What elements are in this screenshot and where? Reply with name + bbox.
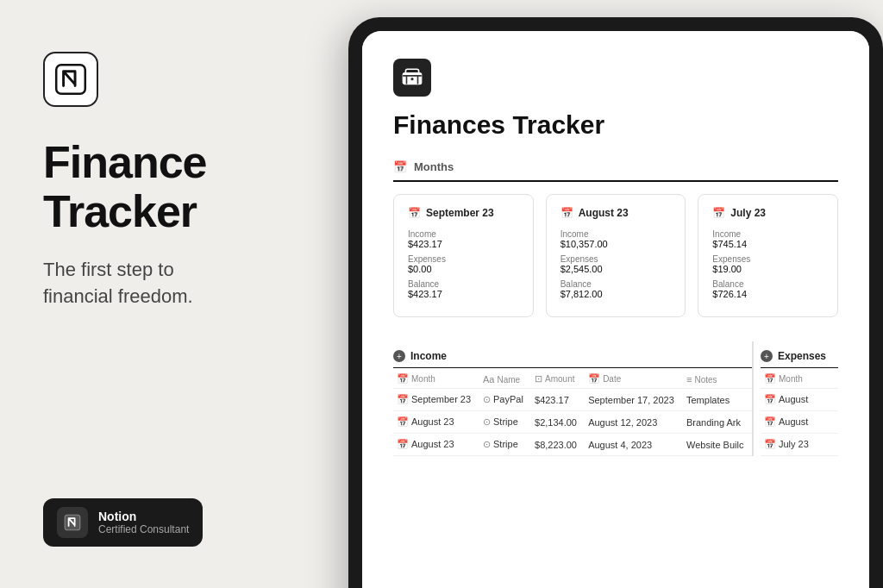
income-row3-notes: Website Builc bbox=[683, 434, 752, 456]
badge-text: Notion Certified Consultant bbox=[98, 510, 189, 535]
jul-expenses: Expenses $19.00 bbox=[712, 254, 824, 274]
income-table-pane: + Income 📅Month AaName ⊡Amount 📅Date bbox=[393, 341, 752, 456]
income-add-icon[interactable]: + bbox=[393, 350, 405, 362]
aug-expenses: Expenses $2,545.00 bbox=[560, 254, 672, 274]
left-panel: Finance Tracker The first step tofinanci… bbox=[0, 0, 348, 588]
months-cards: 📅 September 23 Income $423.17 Expenses $… bbox=[393, 194, 838, 317]
month-card-jul: 📅 July 23 Income $745.14 Expenses $19.00 bbox=[698, 194, 838, 317]
tablet-mockup: Finances Tracker 📅 Months 📅 September 23 bbox=[348, 17, 883, 588]
app-subtitle: The first step tofinancial freedom. bbox=[43, 257, 305, 310]
income-row2-date: August 12, 2023 bbox=[585, 411, 683, 434]
expenses-row3-month: 📅July 23 bbox=[761, 434, 838, 456]
sep-income: Income $423.17 bbox=[408, 229, 519, 249]
badge-logo-icon bbox=[57, 507, 88, 538]
right-panel: Finances Tracker 📅 Months 📅 September 23 bbox=[348, 0, 883, 588]
expenses-row-1: 📅August bbox=[761, 389, 838, 411]
income-row2-amount: $2,134.00 bbox=[531, 411, 585, 434]
aug-income: Income $10,357.00 bbox=[560, 229, 672, 249]
income-table: 📅Month AaName ⊡Amount 📅Date ≡Notes bbox=[393, 368, 752, 456]
certified-badge: Notion Certified Consultant bbox=[43, 498, 203, 547]
income-row1-amount: $423.17 bbox=[531, 389, 585, 411]
notion-logo-icon bbox=[43, 52, 98, 107]
income-row1-name: ⊙PayPal bbox=[479, 389, 531, 411]
expenses-add-icon[interactable]: + bbox=[761, 350, 773, 362]
page-title: Finances Tracker bbox=[393, 110, 838, 140]
notion-content: Finances Tracker 📅 Months 📅 September 23 bbox=[362, 31, 869, 588]
aug-balance: Balance $7,812.00 bbox=[560, 279, 672, 299]
income-row3-date: August 4, 2023 bbox=[585, 434, 683, 456]
expenses-table-pane: + Expenses 📅Month bbox=[752, 341, 838, 456]
notion-page: Finances Tracker 📅 Months 📅 September 23 bbox=[362, 31, 869, 588]
income-row2-notes: Branding Ark bbox=[683, 411, 752, 434]
expenses-col-month: 📅Month bbox=[761, 368, 838, 389]
calendar-icon-jul: 📅 bbox=[712, 207, 725, 219]
col-name: AaName bbox=[479, 368, 531, 389]
income-row-3: 📅August 23 ⊙Stripe $8,223.00 August 4, 2… bbox=[393, 434, 752, 456]
calendar-icon-aug: 📅 bbox=[560, 207, 573, 219]
month-card-jul-header: 📅 July 23 bbox=[712, 207, 824, 219]
income-row3-name: ⊙Stripe bbox=[479, 434, 531, 456]
calendar-icon: 📅 bbox=[393, 160, 407, 173]
income-row1-month: 📅September 23 bbox=[393, 389, 479, 411]
expenses-row-2: 📅August bbox=[761, 411, 838, 434]
expenses-row-3: 📅July 23 bbox=[761, 434, 838, 456]
income-table-header: + Income bbox=[393, 341, 752, 368]
page-icon bbox=[393, 59, 431, 97]
jul-balance: Balance $726.14 bbox=[712, 279, 824, 299]
expenses-table-header: + Expenses bbox=[761, 341, 838, 368]
month-card-aug-header: 📅 August 23 bbox=[560, 207, 672, 219]
income-row-2: 📅August 23 ⊙Stripe $2,134.00 August 12, … bbox=[393, 411, 752, 434]
income-row3-month: 📅August 23 bbox=[393, 434, 479, 456]
income-row-1: 📅September 23 ⊙PayPal $423.17 September … bbox=[393, 389, 752, 411]
expenses-row1-month: 📅August bbox=[761, 389, 838, 411]
expenses-row2-month: 📅August bbox=[761, 411, 838, 434]
expenses-table: 📅Month 📅August 📅August bbox=[761, 368, 838, 456]
jul-income: Income $745.14 bbox=[712, 229, 824, 249]
sep-expenses: Expenses $0.00 bbox=[408, 254, 519, 274]
tablet-screen: Finances Tracker 📅 Months 📅 September 23 bbox=[362, 31, 869, 588]
month-card-sep-header: 📅 September 23 bbox=[408, 207, 519, 219]
income-col-headers: 📅Month AaName ⊡Amount 📅Date ≡Notes bbox=[393, 368, 752, 389]
month-card-aug: 📅 August 23 Income $10,357.00 Expenses $… bbox=[546, 194, 686, 317]
calendar-icon-sep: 📅 bbox=[408, 207, 421, 219]
income-row2-month: 📅August 23 bbox=[393, 411, 479, 434]
income-row1-notes: Templates bbox=[683, 389, 752, 411]
col-month: 📅Month bbox=[393, 368, 479, 389]
app-title: Finance Tracker bbox=[43, 138, 305, 236]
col-amount: ⊡Amount bbox=[531, 368, 585, 389]
income-row3-amount: $8,223.00 bbox=[531, 434, 585, 456]
sep-balance: Balance $423.17 bbox=[408, 279, 519, 299]
col-date: 📅Date bbox=[585, 368, 683, 389]
col-notes: ≡Notes bbox=[683, 368, 752, 389]
expenses-col-headers: 📅Month bbox=[761, 368, 838, 389]
income-row1-date: September 17, 2023 bbox=[585, 389, 683, 411]
month-card-sep: 📅 September 23 Income $423.17 Expenses $… bbox=[393, 194, 534, 317]
svg-point-3 bbox=[410, 78, 413, 80]
bottom-tables: + Income 📅Month AaName ⊡Amount 📅Date bbox=[393, 341, 838, 456]
months-section-header: 📅 Months bbox=[393, 160, 838, 182]
income-row2-name: ⊙Stripe bbox=[479, 411, 531, 434]
